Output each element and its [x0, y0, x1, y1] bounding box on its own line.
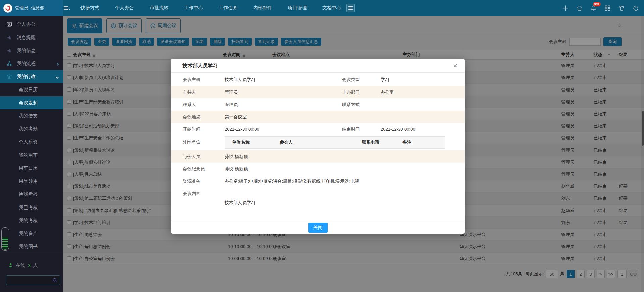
sidebar-subitem-8[interactable]: 待我考核 [0, 188, 63, 201]
sidebar-scroll-elevator[interactable] [1, 227, 9, 251]
field-value: 2021-12-30 00:00 [225, 123, 451, 135]
sidebar-item-1[interactable]: 消息提醒 [0, 31, 63, 44]
elevator-stripes [2, 238, 8, 250]
sidebar-subitem-2[interactable]: 我的借支 [0, 109, 63, 122]
sidebar-subitem-0[interactable]: 会议日历 [0, 83, 63, 96]
topbar: 管理员 -信息部 快捷方式个人办公审批流转工作中心工作任务内部邮件项目管理文档中… [0, 0, 644, 16]
sidebar-item-label: 我的信息 [17, 48, 36, 54]
online-count: 3 [28, 263, 31, 268]
sidebar-item-4[interactable]: 我的行政 [0, 70, 63, 83]
home-icon[interactable] [576, 4, 583, 12]
sidebar-subitem-12[interactable]: 我的图书 [0, 240, 63, 253]
sidebar-item-2[interactable]: 我的信息 [0, 44, 63, 57]
field-label: 会议地点 [183, 111, 222, 123]
topbar-nav-item-7[interactable]: 文档中心 [322, 5, 341, 11]
online-user-icon [8, 262, 13, 269]
logo-mark-icon [4, 5, 11, 12]
sidebar-toggle-icon[interactable] [62, 4, 72, 12]
field-label: 资源准备 [183, 175, 222, 187]
field-value: 第一会议室 [225, 111, 451, 123]
field-label: 会议类型 [342, 73, 360, 86]
modal-header: 技术部人员学习 × [171, 59, 465, 73]
field-label: 主办部门 [342, 86, 360, 98]
search-icon[interactable] [52, 278, 57, 283]
field-value: 管理员 [225, 86, 451, 98]
sidebar-subitem-3[interactable]: 我的考勤 [0, 122, 63, 135]
topbar-nav-item-6[interactable]: 项目管理 [288, 5, 307, 11]
sidebar-item-label: 消息提醒 [17, 35, 36, 41]
plus-icon[interactable] [561, 4, 569, 12]
field-label: 会议纪要员 [183, 163, 222, 175]
external-units-table: 单位名称参会人联系电话备注 [225, 136, 445, 149]
apps-grid-icon[interactable] [604, 4, 611, 12]
online-unit: 人 [33, 262, 38, 269]
speaker-icon [7, 35, 12, 40]
modal-field-row: 会议纪要员孙悦;杨新颖 [171, 163, 465, 175]
toggle-bars [64, 6, 68, 10]
sidebar-subitem-7[interactable]: 用品领用 [0, 175, 63, 188]
modal-field-row: 外部单位单位名称参会人联系电话备注 [171, 135, 465, 150]
notifications-bell-icon[interactable]: 99+ [590, 4, 597, 12]
modal-field-row: 开始时间2021-12-30 00:00结束时间2021-12-30 00:00 [171, 123, 465, 135]
sidebar: 个人办公消息提醒我的信息我的流程我的行政 会议日历会议发起我的借支我的考勤个人薪… [0, 16, 63, 292]
sidebar-subitem-11[interactable]: 我的资产 [0, 227, 63, 240]
nav-overflow-menu-icon[interactable] [346, 4, 355, 12]
flow-icon [7, 61, 12, 66]
topbar-nav-item-0[interactable]: 快捷方式 [80, 5, 99, 11]
sidebar-divider [0, 252, 63, 252]
chevron-down-icon [56, 74, 58, 79]
external-units-column-header: 参会人 [280, 137, 293, 148]
modal-field-row: 会议内容技术部人员学习 [171, 187, 465, 221]
sidebar-subitem-10[interactable]: 我的考核 [0, 214, 63, 227]
field-label: 外部单位 [183, 135, 222, 149]
sidebar-item-label: 个人办公 [17, 21, 36, 27]
field-value: 孙悦;杨新颖 [225, 163, 451, 175]
sidebar-subitem-1[interactable]: 会议发起 [0, 96, 63, 109]
topbar-nav: 快捷方式个人办公审批流转工作中心工作任务内部邮件项目管理文档中心 [80, 5, 341, 11]
online-users: 在线 3 人 [8, 262, 38, 269]
sidebar-item-0[interactable]: 个人办公 [0, 18, 63, 31]
close-icon[interactable]: × [451, 61, 459, 70]
sidebar-search-box [6, 275, 60, 285]
field-label: 主持人 [183, 86, 222, 98]
user-card-icon [7, 22, 12, 27]
topbar-icons: 99+ [561, 4, 639, 12]
modal-field-row: 联系人管理员联系方式 [171, 98, 465, 111]
sidebar-item-3[interactable]: 我的流程 [0, 57, 63, 70]
notification-count-badge: 99+ [593, 2, 601, 6]
meeting-detail-modal: 技术部人员学习 × 会议主题技术部人员学习会议类型学习主持人管理员主办部门办公室… [171, 59, 465, 234]
field-label: 联系方式 [342, 98, 360, 111]
field-label: 会议主题 [183, 73, 222, 86]
topbar-nav-item-3[interactable]: 工作中心 [184, 5, 203, 11]
app-window: 管理员 -信息部 快捷方式个人办公审批流转工作中心工作任务内部邮件项目管理文档中… [0, 0, 644, 292]
topbar-nav-item-1[interactable]: 个人办公 [115, 5, 134, 11]
field-label: 开始时间 [183, 123, 222, 135]
field-value: 管理员 [225, 98, 451, 111]
modal-field-row: 资源准备办公桌;椅子;电脑;电脑桌;讲台;黑板;投影仪;数据线;打印机;显示器;… [171, 175, 465, 187]
online-label: 在线 [16, 262, 25, 269]
sidebar-search-input[interactable] [6, 278, 52, 283]
power-icon[interactable] [632, 4, 639, 12]
topbar-nav-item-2[interactable]: 审批流转 [150, 5, 168, 11]
topbar-nav-item-4[interactable]: 工作任务 [219, 5, 237, 11]
sidebar-subitem-6[interactable]: 用车日历 [0, 162, 63, 175]
close-button[interactable]: 关闭 [308, 223, 328, 233]
sidebar-item-label: 我的行政 [17, 74, 36, 80]
toggle-dots [69, 7, 70, 10]
external-units-column-header: 备注 [402, 137, 411, 148]
external-units-column-header: 单位名称 [232, 137, 250, 148]
modal-field-row: 会议主题技术部人员学习会议类型学习 [171, 73, 465, 86]
field-label: 与会人员 [183, 150, 222, 163]
field-value: 办公桌;椅子;电脑;电脑桌;讲台;黑板;投影仪;数据线;打印机;显示器;电视 [225, 175, 451, 187]
topbar-nav-item-5[interactable]: 内部邮件 [253, 5, 272, 11]
field-label: 结束时间 [342, 123, 360, 135]
speaker-icon [7, 48, 12, 53]
sidebar-subitem-5[interactable]: 我的用车 [0, 149, 63, 162]
sidebar-subitem-9[interactable]: 我已考核 [0, 201, 63, 214]
sidebar-subitem-4[interactable]: 个人薪资 [0, 135, 63, 149]
theme-shirt-icon[interactable] [618, 4, 625, 12]
modal-footer-divider [171, 221, 465, 221]
field-label: 联系人 [183, 98, 222, 111]
sidebar-item-label: 我的流程 [17, 61, 36, 67]
modal-title: 技术部人员学习 [182, 59, 218, 73]
